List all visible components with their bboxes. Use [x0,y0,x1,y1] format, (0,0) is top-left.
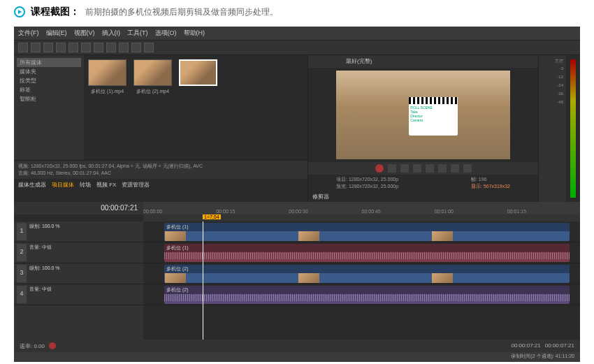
prev-btn[interactable] [451,164,459,173]
video-clip-1[interactable]: 多机位 (1) [164,223,570,241]
loop-btn[interactable] [388,164,396,173]
rate-display: 速率: 0.00 [20,342,45,349]
audio-clip-1[interactable]: 多机位 (1) [164,244,570,262]
tab-videofx[interactable]: 视频 FX [96,181,116,189]
track-header-4[interactable]: 4音量: 中值 [14,284,143,305]
preview-toolbar: 最好(完整) [308,55,538,68]
prev-btn[interactable] [82,342,89,349]
play-start-btn[interactable] [400,164,409,173]
tree-root[interactable]: 所有媒体 [17,58,81,67]
timeline: 00:00:07:21 00:00:0000:00:1500:00:3000:0… [14,202,580,352]
track-header-1[interactable]: 1级别: 100.0 % [14,221,143,242]
record-btn[interactable] [375,164,384,173]
play-btn[interactable] [413,164,421,173]
clapperboard-icon: ROLL SCENETakeDirectorCamera [409,97,458,136]
stop-btn[interactable] [71,342,78,349]
transport-controls [308,162,538,175]
toolbar-btn[interactable] [31,43,41,52]
tree-item[interactable]: 媒体夹 [17,67,81,76]
media-panel: 所有媒体 媒体夹 按类型 标签 智能柜 多机位 (1).mp4 多机位 (2).… [14,55,307,202]
audio-meters [566,55,580,202]
media-thumb[interactable] [179,59,217,88]
media-thumb[interactable]: 多机位 (2).mp4 [133,59,172,95]
record-btn[interactable] [49,342,56,349]
tc-out[interactable]: 00:00:07:21 [545,342,574,349]
tree-item[interactable]: 标签 [17,85,81,94]
page-title: 课程截图： [31,6,80,18]
audio-clip-2[interactable]: 多机位 (2) [164,286,570,304]
tree-item[interactable]: 按类型 [17,76,81,85]
level-marks: -12 [542,75,563,82]
next-btn[interactable] [463,164,472,173]
track-headers: 1级别: 100.0 % 2音量: 中值 3级别: 100.0 % 4音量: 中… [14,221,143,340]
menu-help[interactable]: 帮助(H) [184,29,205,38]
quality-dropdown[interactable]: 最好(完整) [346,57,372,66]
preview-tab[interactable]: 修剪器 [308,191,538,202]
track-area[interactable]: 多机位 (1) 多机位 (1) 多机位 (2) 多机位 (2) [143,221,580,340]
preview-btn[interactable] [312,57,321,66]
page-desc: 前期拍摄的多机位视频后期剪辑及做音频同步处理。 [85,6,278,18]
time-ruler[interactable]: 00:00:0000:00:1500:00:3000:00:4500:01:00… [143,202,580,214]
play-icon [14,6,25,17]
timeline-footer: 速率: 0.00 00:00:07:21 00:00:07:21 [14,340,580,352]
track-header-2[interactable]: 2音量: 中值 [14,242,143,263]
tc-in[interactable]: 00:00:07:21 [511,342,540,349]
preview-btn[interactable] [335,57,343,66]
play-btn[interactable] [60,342,67,349]
toolbar-btn[interactable] [119,43,129,52]
statusbar: 录制时间(2 个通道): 41:11:20 [14,352,580,362]
video-clip-2[interactable]: 多机位 (2) [164,265,570,283]
level-marks: -48 [542,100,563,107]
toolbar-btn[interactable] [106,43,116,52]
stop-btn[interactable] [438,164,447,173]
next-btn[interactable] [94,342,101,349]
media-info: 视频: 1280x720x32, 25.000 fps, 00:01:27:04… [14,160,307,179]
marker[interactable]: 1=7;04 [203,214,221,219]
tab-explorer[interactable]: 资源管理器 [122,181,150,189]
preview-btn[interactable] [324,57,332,66]
media-thumbnails: 多机位 (1).mp4 多机位 (2).mp4 [84,55,307,160]
level-marks: -24 [542,83,563,90]
toolbar-btn[interactable] [18,43,28,52]
menu-view[interactable]: 视图(V) [74,29,95,38]
pause-btn[interactable] [426,164,434,173]
timecode-display[interactable]: 00:00:07:21 [14,202,143,214]
playhead[interactable] [203,221,203,340]
tab-transitions[interactable]: 转场 [80,181,91,189]
tab-project-media[interactable]: 项目媒体 [52,181,74,189]
menu-insert[interactable]: 插入(I) [102,29,121,38]
meter-left [570,59,576,198]
menu-options[interactable]: 选项(O) [155,29,177,38]
menu-tools[interactable]: 工具(T) [127,29,148,38]
toolbar-btn[interactable] [94,43,103,52]
preview-info: 项目: 1280x720x32, 25.000p预览: 1280x720x32,… [308,175,538,191]
preview-video[interactable]: ROLL SCENETakeDirectorCamera [336,71,510,159]
menu-file[interactable]: 文件(F) [18,29,39,38]
master-panel: 主控 -3 -12 -24 -36 -48 [538,55,566,202]
menu-edit[interactable]: 编辑(E) [46,29,67,38]
video-editor-app: 文件(F) 编辑(E) 视图(V) 插入(I) 工具(T) 选项(O) 帮助(H… [14,27,580,362]
toolbar-btn[interactable] [68,43,78,52]
master-label: 主控 [542,58,563,65]
media-tabs: 媒体生成器 项目媒体 转场 视频 FX 资源管理器 [14,179,307,191]
track-header-3[interactable]: 3级别: 100.0 % [14,263,143,284]
toolbar-btn[interactable] [43,43,53,52]
media-tree: 所有媒体 媒体夹 按类型 标签 智能柜 [14,55,84,160]
preview-panel: 最好(完整) ROLL SCENETakeDirectorCamera 项目: [307,55,538,202]
toolbar-btn[interactable] [56,43,66,52]
toolbar-btn[interactable] [144,43,154,52]
menubar: 文件(F) 编辑(E) 视图(V) 插入(I) 工具(T) 选项(O) 帮助(H… [14,27,580,41]
main-toolbar [14,41,580,55]
media-thumb[interactable]: 多机位 (1).mp4 [88,59,126,95]
tree-item[interactable]: 智能柜 [17,94,81,103]
toolbar-btn[interactable] [131,43,141,52]
level-marks: -36 [542,92,563,99]
toolbar-btn[interactable] [81,43,91,52]
level-marks: -3 [542,66,563,73]
tab-generators[interactable]: 媒体生成器 [18,181,46,189]
